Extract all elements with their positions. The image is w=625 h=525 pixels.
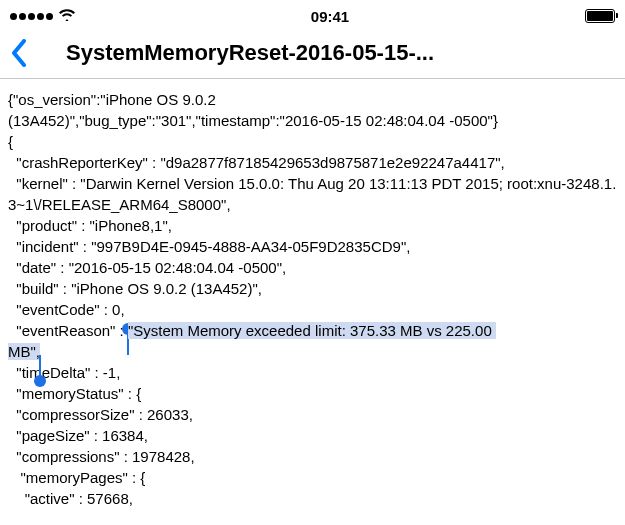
log-line: "active" : 57668, <box>8 488 617 509</box>
log-line: "eventCode" : 0, <box>8 299 617 320</box>
log-line: "date" : "2016-05-15 02:48:04.04 -0500", <box>8 257 617 278</box>
log-line: "compressions" : 1978428, <box>8 446 617 467</box>
status-right <box>585 9 615 23</box>
log-line: "incident" : "997B9D4E-0945-4888-AA34-05… <box>8 236 617 257</box>
nav-bar: SystemMemoryReset-2016-05-15-... <box>0 28 625 79</box>
battery-icon <box>585 9 615 23</box>
log-line: "timeDelta" : -1, <box>8 362 617 383</box>
log-line: "product" : "iPhone8,1", <box>8 215 617 236</box>
status-left <box>10 8 75 24</box>
log-line: "memoryStatus" : { <box>8 383 617 404</box>
log-line: "build" : "iPhone OS 9.0.2 (13A452)", <box>8 278 617 299</box>
status-time: 09:41 <box>311 8 349 25</box>
status-bar: 09:41 <box>0 0 625 28</box>
log-content[interactable]: {"os_version":"iPhone OS 9.0.2 (13A452)"… <box>0 79 625 525</box>
back-button[interactable] <box>8 36 28 70</box>
log-line: (13A452)","bug_type":"301","timestamp":"… <box>8 110 617 131</box>
log-line: "compressorSize" : 26033, <box>8 404 617 425</box>
signal-dots-icon <box>10 13 53 20</box>
text-selection[interactable]: MB", <box>8 343 40 360</box>
wifi-icon <box>59 8 75 24</box>
text-selection[interactable]: "System Memory exceeded limit: 375.33 MB… <box>128 322 496 339</box>
log-line: "eventReason" : "System Memory exceeded … <box>8 320 617 341</box>
log-line: MB", <box>8 341 617 362</box>
log-line: "kernel" : "Darwin Kernel Version 15.0.0… <box>8 173 617 215</box>
log-line: {"os_version":"iPhone OS 9.0.2 <box>8 89 617 110</box>
page-title: SystemMemoryReset-2016-05-15-... <box>36 40 617 66</box>
log-line: "crashReporterKey" : "d9a2877f8718542965… <box>8 152 617 173</box>
log-line: "pageSize" : 16384, <box>8 425 617 446</box>
log-line: { <box>8 131 617 152</box>
log-line: "memoryPages" : { <box>8 467 617 488</box>
chevron-left-icon <box>10 39 26 67</box>
